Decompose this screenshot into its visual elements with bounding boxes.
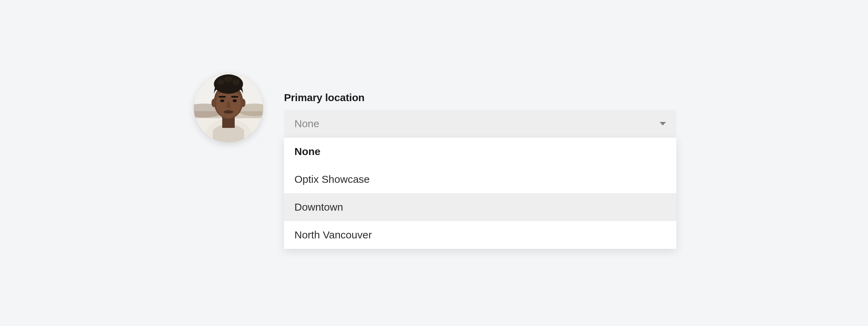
field-label-primary-location: Primary location: [284, 92, 676, 104]
svg-point-14: [220, 99, 224, 102]
svg-point-11: [224, 76, 233, 82]
dropdown-option-downtown[interactable]: Downtown: [284, 193, 676, 221]
svg-point-15: [233, 99, 237, 102]
svg-point-17: [211, 99, 216, 107]
chevron-down-icon: [660, 122, 666, 125]
select-value: None: [294, 118, 319, 130]
dropdown-option-north-vancouver[interactable]: North Vancouver: [284, 221, 676, 249]
avatar: [194, 73, 263, 142]
svg-point-10: [233, 79, 240, 85]
svg-rect-13: [231, 96, 238, 98]
svg-point-9: [217, 79, 224, 85]
svg-rect-12: [219, 96, 226, 98]
dropdown-option-none[interactable]: None: [284, 138, 676, 165]
svg-point-18: [241, 99, 245, 107]
primary-location-select[interactable]: None: [284, 110, 676, 138]
primary-location-dropdown: None Optix Showcase Downtown North Vanco…: [284, 138, 676, 249]
dropdown-option-optix-showcase[interactable]: Optix Showcase: [284, 165, 676, 193]
svg-point-16: [224, 110, 233, 114]
